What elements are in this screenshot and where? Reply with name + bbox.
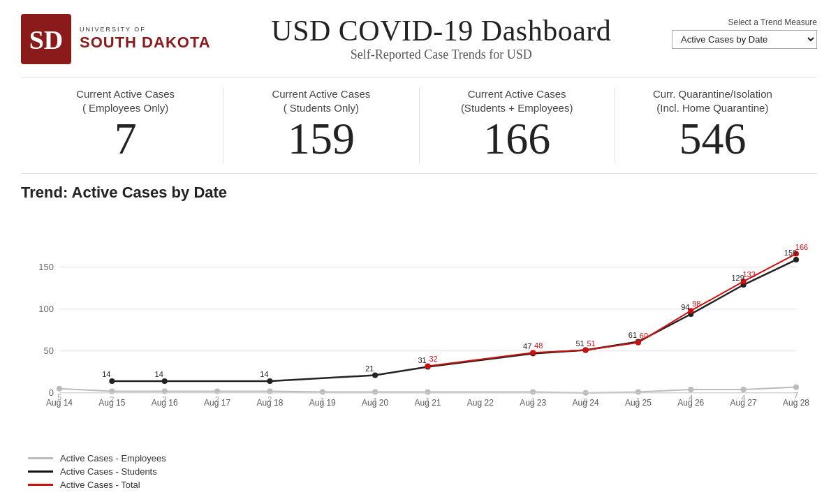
svg-point-33 <box>530 390 536 395</box>
svg-text:94: 94 <box>681 303 689 311</box>
svg-point-41 <box>267 378 272 384</box>
svg-text:51: 51 <box>575 339 584 348</box>
svg-text:21: 21 <box>365 364 374 373</box>
legend-total-label: Active Cases - Total <box>60 480 140 490</box>
svg-point-36 <box>688 387 693 392</box>
svg-text:2: 2 <box>215 396 219 404</box>
stat-students-label: Current Active Cases ( Students Only) <box>230 87 411 114</box>
svg-text:Aug 22: Aug 22 <box>467 398 494 408</box>
svg-text:166: 166 <box>795 243 808 251</box>
svg-text:1: 1 <box>531 396 535 405</box>
page-title: USD COVID-19 Dashboard <box>211 14 672 47</box>
legend-students-label: Active Cases - Students <box>60 466 157 477</box>
svg-text:0: 0 <box>49 387 54 398</box>
svg-point-53 <box>635 340 641 346</box>
stat-students-value: 159 <box>230 114 411 163</box>
legend-employees-line <box>28 457 53 459</box>
trend-selector-area: Select a Trend Measure Active Cases by D… <box>672 14 817 49</box>
header: SD UNIVERSITY OF SOUTH DAKOTA USD COVID-… <box>21 14 817 64</box>
trend-chart-title: Trend: Active Cases by Date <box>21 184 817 202</box>
legend-employees: Active Cases - Employees <box>28 453 817 464</box>
svg-text:1: 1 <box>636 396 640 405</box>
svg-text:1: 1 <box>321 396 325 405</box>
stat-combined-label: Current Active Cases (Students + Employe… <box>427 87 608 114</box>
svg-text:14: 14 <box>102 370 110 378</box>
chart-legend: Active Cases - Employees Active Cases - … <box>21 446 817 490</box>
legend-employees-label: Active Cases - Employees <box>60 453 166 464</box>
stat-employees-value: 7 <box>35 114 216 163</box>
trend-selector-label: Select a Trend Measure <box>728 17 817 27</box>
legend-students-line <box>28 470 53 473</box>
svg-text:1: 1 <box>373 396 377 405</box>
trend-chart-svg: 050100150Aug 14Aug 15Aug 16Aug 17Aug 18A… <box>21 207 817 446</box>
stat-students: Current Active Cases ( Students Only) 15… <box>230 87 411 163</box>
svg-text:61: 61 <box>628 331 637 339</box>
stat-quarantine: Curr. Quarantine/Isolation (Incl. Home Q… <box>622 87 803 163</box>
svg-point-38 <box>793 385 799 390</box>
svg-point-37 <box>741 387 747 392</box>
logo-text: UNIVERSITY OF SOUTH DAKOTA <box>80 26 211 52</box>
svg-point-30 <box>320 390 325 395</box>
svg-point-42 <box>372 373 378 378</box>
stat-divider-2 <box>419 87 420 163</box>
svg-text:2: 2 <box>110 396 114 404</box>
stat-combined: Current Active Cases (Students + Employe… <box>427 87 608 163</box>
svg-text:150: 150 <box>38 262 54 272</box>
legend-students: Active Cases - Students <box>28 466 817 477</box>
svg-point-40 <box>162 378 168 384</box>
svg-text:31: 31 <box>418 356 426 364</box>
stat-divider-3 <box>615 87 615 163</box>
svg-text:2: 2 <box>163 396 167 404</box>
logo-area: SD UNIVERSITY OF SOUTH DAKOTA <box>21 14 211 64</box>
svg-text:50: 50 <box>44 346 54 356</box>
page-subtitle: Self-Reported Case Trends for USD <box>211 47 672 62</box>
title-area: USD COVID-19 Dashboard Self-Reported Cas… <box>211 14 672 62</box>
legend-total: Active Cases - Total <box>28 480 817 490</box>
svg-text:98: 98 <box>692 300 700 309</box>
svg-point-35 <box>635 390 641 395</box>
svg-text:100: 100 <box>38 304 54 314</box>
svg-point-31 <box>372 390 378 395</box>
legend-total-line <box>28 484 53 486</box>
svg-text:2: 2 <box>267 396 272 404</box>
svg-text:5: 5 <box>57 393 61 401</box>
svg-text:14: 14 <box>155 370 163 378</box>
svg-text:0: 0 <box>584 397 588 406</box>
stat-combined-value: 166 <box>427 114 608 163</box>
svg-text:14: 14 <box>260 370 268 378</box>
stat-quarantine-label: Curr. Quarantine/Isolation (Incl. Home Q… <box>622 87 803 114</box>
svg-point-52 <box>583 348 589 353</box>
stats-row: Current Active Cases ( Employees Only) 7… <box>21 77 817 174</box>
svg-text:7: 7 <box>794 392 798 400</box>
svg-text:SD: SD <box>29 25 64 54</box>
trend-section: Trend: Active Cases by Date 050100150Aug… <box>21 184 817 490</box>
svg-text:133: 133 <box>742 271 755 279</box>
svg-text:1: 1 <box>425 396 429 405</box>
stat-quarantine-value: 546 <box>622 114 803 163</box>
svg-text:32: 32 <box>429 355 437 364</box>
stat-divider-1 <box>223 87 223 163</box>
svg-text:60: 60 <box>640 332 648 340</box>
svg-text:47: 47 <box>523 343 531 351</box>
state-label: SOUTH DAKOTA <box>80 34 211 52</box>
svg-point-49 <box>793 257 799 262</box>
svg-point-32 <box>425 390 431 395</box>
dashboard: SD UNIVERSITY OF SOUTH DAKOTA USD COVID-… <box>0 0 838 504</box>
chart-area: 050100150Aug 14Aug 15Aug 16Aug 17Aug 18A… <box>21 207 817 446</box>
stat-employees-label: Current Active Cases ( Employees Only) <box>35 87 216 114</box>
svg-point-25 <box>57 386 62 392</box>
usd-logo-icon: SD <box>21 14 71 64</box>
svg-text:4: 4 <box>742 394 746 402</box>
stat-employees: Current Active Cases ( Employees Only) 7 <box>35 87 216 163</box>
university-label: UNIVERSITY OF <box>80 26 211 34</box>
trend-measure-select[interactable]: Active Cases by Date Cumulative Cases by… <box>672 30 817 49</box>
svg-text:48: 48 <box>534 342 543 350</box>
svg-point-39 <box>109 378 115 384</box>
svg-text:4: 4 <box>689 394 693 402</box>
svg-text:51: 51 <box>587 339 595 348</box>
